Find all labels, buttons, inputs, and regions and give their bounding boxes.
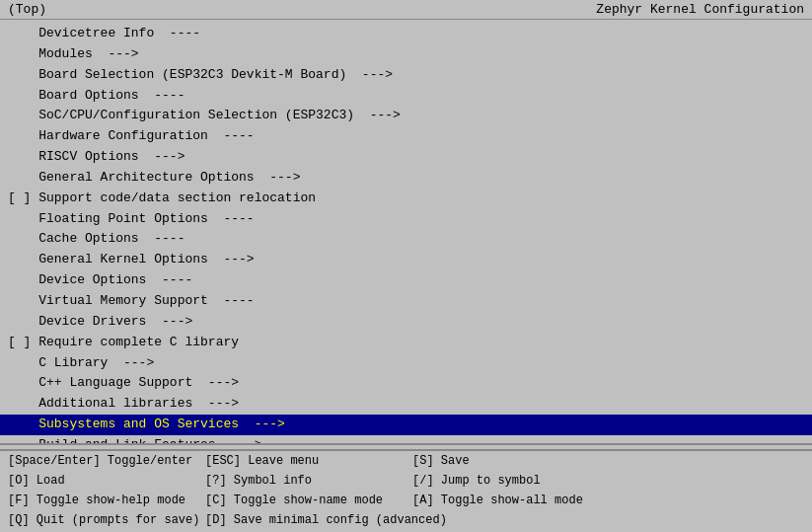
menu-item-additional-libraries[interactable]: Additional libraries --->: [0, 394, 812, 415]
title-bar: (Top) Zephyr Kernel Configuration: [0, 0, 812, 20]
menu-item-support-code[interactable]: [ ] Support code/data section relocation: [0, 189, 812, 209]
bottom-cell-1-1: [?] Symbol info: [205, 472, 412, 490]
bottom-cell-1-2: [/] Jump to symbol: [412, 472, 590, 490]
bottom-row-1: [O] Load[?] Symbol info[/] Jump to symbo…: [0, 471, 812, 491]
menu-item-riscv-options[interactable]: RISCV Options --->: [0, 147, 812, 168]
bottom-cell-0-1: [ESC] Leave menu: [205, 452, 412, 470]
bottom-cell-2-1: [C] Toggle show-name mode: [205, 492, 412, 509]
title-left: (Top): [8, 2, 46, 17]
bottom-cell-1-0: [O] Load: [8, 472, 205, 490]
menu-item-cpp-language[interactable]: C++ Language Support --->: [0, 373, 812, 394]
menu-item-board-options[interactable]: Board Options ----: [0, 86, 812, 107]
bottom-cell-2-2: [A] Toggle show-all mode: [412, 492, 590, 509]
bottom-cell-2-0: [F] Toggle show-help mode: [8, 492, 205, 509]
menu-item-board-selection[interactable]: Board Selection (ESP32C3 Devkit-M Board)…: [0, 65, 812, 86]
menu-item-subsystems[interactable]: Subsystems and OS Services --->: [0, 415, 812, 435]
menu-item-devicetree-info[interactable]: Devicetree Info ----: [0, 24, 812, 44]
menu-item-virtual-memory[interactable]: Virtual Memory Support ----: [0, 291, 812, 312]
bottom-bar: [Space/Enter] Toggle/enter[ESC] Leave me…: [0, 443, 812, 532]
menu-item-cache-options[interactable]: Cache Options ----: [0, 229, 812, 250]
bottom-cell-3-0: [Q] Quit (prompts for save): [8, 511, 205, 529]
menu-item-floating-point[interactable]: Floating Point Options ----: [0, 209, 812, 230]
menu-item-require-c-library[interactable]: [ ] Require complete C library: [0, 333, 812, 353]
menu-item-device-options[interactable]: Device Options ----: [0, 270, 812, 291]
bottom-cell-3-1: [D] Save minimal config (advanced): [205, 511, 447, 529]
bottom-cell-0-2: [S] Save: [412, 452, 590, 470]
menu-item-general-arch[interactable]: General Architecture Options --->: [0, 168, 812, 189]
bottom-row-3: [Q] Quit (prompts for save)[D] Save mini…: [0, 510, 812, 530]
menu-item-device-drivers[interactable]: Device Drivers --->: [0, 312, 812, 333]
app: (Top) Zephyr Kernel Configuration Device…: [0, 0, 812, 532]
bottom-row-2: [F] Toggle show-help mode[C] Toggle show…: [0, 491, 812, 510]
menu-item-build-link[interactable]: Build and Link Features --->: [0, 435, 812, 443]
menu-item-modules[interactable]: Modules --->: [0, 44, 812, 65]
menu-item-c-library[interactable]: C Library --->: [0, 353, 812, 374]
title-right: Zephyr Kernel Configuration: [596, 2, 804, 17]
menu-item-general-kernel[interactable]: General Kernel Options --->: [0, 250, 812, 270]
menu-area: Devicetree Info ---- Modules ---> Board …: [0, 20, 812, 443]
bottom-row-0: [Space/Enter] Toggle/enter[ESC] Leave me…: [0, 451, 812, 471]
menu-item-soc-cpu[interactable]: SoC/CPU/Configuration Selection (ESP32C3…: [0, 106, 812, 126]
menu-item-hardware-config[interactable]: Hardware Configuration ----: [0, 126, 812, 147]
bottom-cell-0-0: [Space/Enter] Toggle/enter: [8, 452, 205, 470]
